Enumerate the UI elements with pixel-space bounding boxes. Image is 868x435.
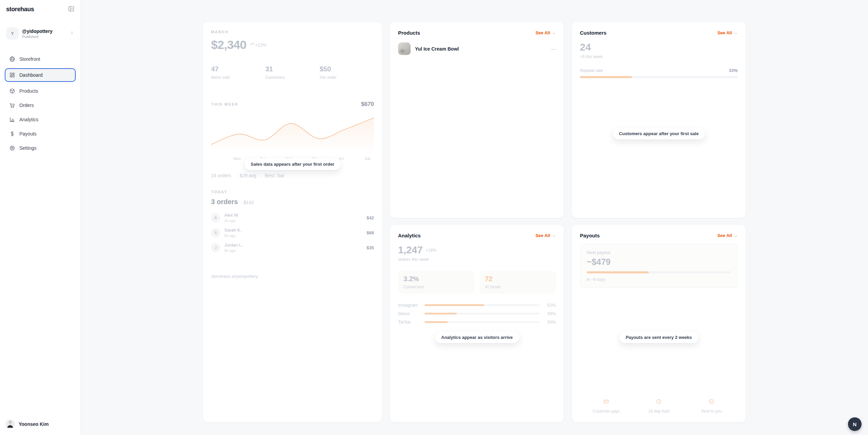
sidebar: storehaus Y @yidopottery Published [0,0,81,435]
store-url-link[interactable]: storehaus.ai/yidopottery [211,274,374,279]
today-label: TODAY [211,190,374,194]
order-amount: $42 [366,215,374,220]
cart-icon [9,102,15,108]
source-row-instagram: Instagram 52% [398,303,556,308]
customers-see-all-link[interactable]: See All→ [717,30,738,35]
user-avatar [5,419,15,429]
traffic-sources: Instagram 52% Direct 28% TikTok 20% [398,303,556,325]
customers-count: 24 [580,42,738,53]
sidebar-item-label: Payouts [19,131,37,137]
dashboard-grid-icon [9,72,15,78]
sidebar-item-analytics[interactable]: Analytics [5,113,76,126]
product-name: Yul Ice Cream Bowl [415,46,459,52]
product-thumbnail [398,42,411,55]
sidebar-item-label: Analytics [19,117,38,122]
week-summary: 24 orders $28 avg Best: Sat [211,173,374,178]
repeat-rate-progressbar [580,76,738,78]
arrow-right-icon: → [551,30,556,35]
period-label: MARCH [211,30,374,34]
week-label: THIS WEEK [211,102,239,106]
sidebar-item-storefront[interactable]: Storefront [5,52,76,66]
overview-card: MARCH $2,340 +12% 47 Items sold [203,21,382,423]
collapse-sidebar-button[interactable] [68,5,75,13]
stat-items-sold: 47 Items sold [211,65,265,80]
arrow-right-icon: → [733,233,738,238]
dollar-icon [9,131,15,137]
products-card: Products See All→ Yul Ice Cream Bowl — [390,21,564,218]
sales-area-chart [211,116,374,149]
user-menu[interactable]: Yoonseo Kim [0,415,80,435]
bar-chart-icon [9,116,15,123]
products-see-all-link[interactable]: See All→ [535,30,556,35]
sidebar-item-label: Settings [19,145,37,151]
payouts-title: Payouts [580,233,600,238]
store-avatar: Y [6,27,19,40]
app-logo: storehaus [6,6,34,13]
check-circle-icon [709,399,714,406]
next-payout-box: Next payout ~$479 In ~8 days [580,244,738,288]
visitors-delta: +18% [426,248,436,253]
payouts-card: Payouts See All→ Next payout ~$479 In ~8… [571,224,746,423]
customer-avatar: J [211,243,220,252]
clock-icon [656,399,662,406]
customer-name: Alex M. [224,213,239,218]
chevrons-up-down-icon [70,31,74,37]
customer-name: Sarah K. [224,228,242,233]
product-row[interactable]: Yul Ice Cream Bowl — [398,42,556,55]
conversion-stat-box: 3.2% Conversion [398,271,474,294]
products-title: Products [398,30,420,36]
source-row-tiktok: TikTok 20% [398,320,556,325]
analytics-title: Analytics [398,233,421,238]
sidebar-item-orders[interactable]: Orders [5,98,76,112]
order-row[interactable]: S Sarah K. 5h ago $68 [211,228,374,238]
store-selector[interactable]: Y @yidopottery Published [4,25,76,42]
credit-card-icon [603,399,609,406]
arrow-right-icon: → [733,30,738,35]
sidebar-item-settings[interactable]: Settings [5,141,76,155]
next-payout-label: Next payout [587,250,731,255]
ai-score-stat-box: 72 AI Score [479,271,556,294]
customers-empty-state-tooltip: Customers appear after your first sale [612,128,705,140]
analytics-see-all-link[interactable]: See All→ [535,233,556,238]
user-name: Yoonseo Kim [19,421,49,427]
customer-name: Jordan L. [224,242,243,248]
order-amount: $68 [366,230,374,235]
repeat-rate-label: Repeat rate [580,68,603,73]
sales-empty-state-tooltip: Sales data appears after your first orde… [244,158,341,170]
sidebar-item-label: Products [19,88,38,94]
sidebar-nav: Storefront Dashboard Products [0,52,80,155]
globe-icon [9,56,15,62]
payout-steps: Customer pays 14-day hold [580,399,738,414]
order-time: 2h ago [224,219,239,223]
payouts-empty-state-tooltip: Payouts are sent every 2 weeks [619,331,698,343]
step-sent: Sent to you [685,399,738,414]
arrow-right-icon: → [551,233,556,238]
sidebar-item-products[interactable]: Products [5,84,76,98]
week-total: $670 [361,101,374,108]
main-content: MARCH $2,340 +12% 47 Items sold [81,0,868,435]
panel-collapse-icon [68,5,75,13]
assistant-fab-button[interactable]: N [848,417,862,431]
sidebar-item-label: Dashboard [19,72,43,78]
product-metric-placeholder: — [551,46,556,52]
store-status: Published [22,35,66,39]
stat-per-order: $50 Per order [320,65,374,80]
sidebar-item-label: Orders [19,103,34,108]
stat-customers: 31 Customers [265,65,320,80]
customers-title: Customers [580,30,606,36]
order-row[interactable]: A Alex M. 2h ago $42 [211,213,374,223]
gear-icon [9,145,15,151]
payout-eta: In ~8 days [587,277,731,282]
sidebar-item-payouts[interactable]: Payouts [5,127,76,141]
source-row-direct: Direct 28% [398,311,556,316]
payouts-see-all-link[interactable]: See All→ [717,233,738,238]
today-section: TODAY 3 orders · $142 A Alex M. 2h ago $… [211,190,374,253]
trend-up-icon [250,42,254,48]
payout-progressbar [587,271,731,273]
customers-delta: +5 this week [580,54,738,59]
today-orders-total: · $142 [241,200,254,205]
sidebar-item-dashboard[interactable]: Dashboard [5,68,76,82]
order-amount: $35 [366,245,374,250]
order-row[interactable]: J Jordan L. 8h ago $35 [211,242,374,253]
revenue-trend: +12% [250,42,267,48]
